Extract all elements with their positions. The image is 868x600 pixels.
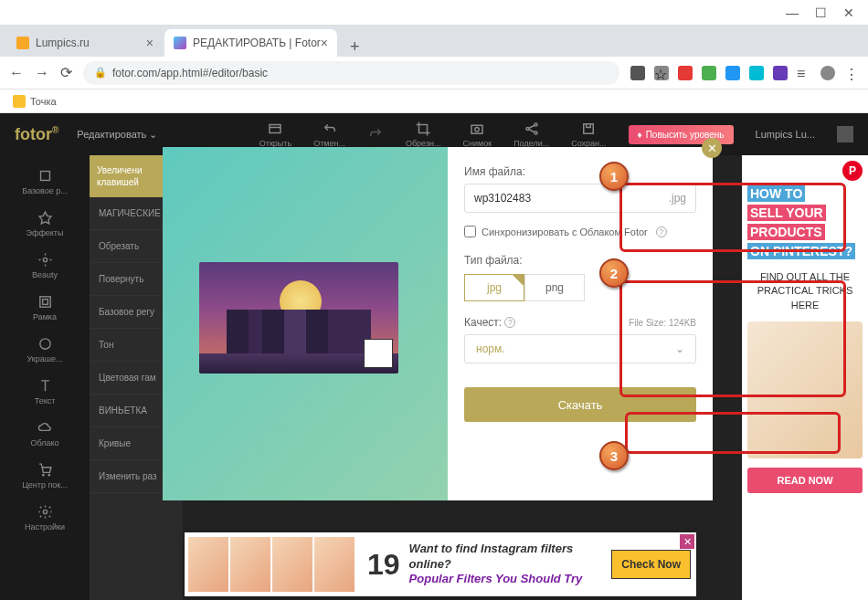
edit-menu[interactable]: Редактировать ⌄ [77, 129, 157, 141]
snapshot-button[interactable]: Снимок [463, 121, 492, 148]
tab-label: РЕДАКТИРОВАТЬ | Fotor [193, 37, 321, 49]
format-jpg-button[interactable]: jpg [464, 274, 524, 301]
reload-icon[interactable]: ⟳ [60, 64, 72, 81]
marker-2: 2 [599, 258, 629, 288]
rail-cloud[interactable]: Облако [0, 413, 90, 455]
banner-thumb [314, 537, 355, 592]
svg-point-8 [43, 258, 47, 261]
new-tab-icon[interactable]: + [344, 37, 365, 57]
banner-text: Want to find Instagram filters online? P… [409, 542, 612, 588]
back-icon[interactable]: ← [9, 65, 24, 81]
bookmark-label: Точка [30, 96, 57, 107]
left-rail: Базовое р... Эффекты Beauty Рамка Украше… [0, 155, 90, 600]
rail-effects[interactable]: Эффекты [0, 203, 90, 245]
svg-point-2 [475, 128, 480, 132]
banner-close-icon[interactable]: ✕ [680, 534, 694, 549]
rail-beauty[interactable]: Beauty [0, 245, 90, 287]
rail-frame[interactable]: Рамка [0, 287, 90, 329]
logo[interactable]: fotor® [15, 125, 58, 144]
svg-rect-7 [40, 172, 49, 181]
close-icon[interactable]: ✕ [843, 5, 854, 20]
svg-rect-1 [471, 125, 482, 133]
ext-icon[interactable] [630, 66, 645, 80]
banner-number: 19 [367, 548, 400, 582]
rail-basic[interactable]: Базовое р... [0, 161, 90, 203]
tab-close-icon[interactable]: × [146, 36, 153, 50]
tab-label: Lumpics.ru [36, 37, 90, 49]
ext-icon[interactable] [749, 66, 764, 80]
forward-icon[interactable]: → [35, 65, 49, 81]
tab-close-icon[interactable]: × [321, 36, 328, 50]
crop-button[interactable]: Обрезн... [406, 121, 441, 148]
url-input[interactable]: 🔒 fotor.com/app.html#/editor/basic [83, 61, 619, 85]
marker-1: 1 [599, 162, 629, 191]
svg-point-5 [535, 132, 537, 134]
url-text: fotor.com/app.html#/editor/basic [112, 67, 268, 79]
redo-button[interactable] [367, 125, 384, 143]
marker-3: 3 [599, 441, 629, 470]
svg-point-3 [526, 128, 529, 131]
banner-images [185, 533, 358, 595]
quality-label: Качест: [464, 316, 502, 329]
filetype-label: Тип файла: [464, 254, 696, 267]
ext-icon[interactable] [702, 66, 716, 80]
svg-rect-9 [39, 297, 49, 307]
menu-icon[interactable]: ⋮ [844, 66, 859, 80]
bookmark-bar: Точка [0, 89, 868, 113]
svg-rect-6 [584, 124, 594, 134]
rail-stickers[interactable]: Украше... [0, 329, 90, 371]
pinterest-icon[interactable]: P [842, 161, 863, 181]
modal-close-button[interactable]: ✕ [702, 138, 722, 158]
tab-lumpics[interactable]: Lumpics.ru × [7, 29, 163, 57]
rail-settings[interactable]: Настройки [0, 497, 90, 539]
maximize-icon[interactable]: ☐ [815, 5, 827, 20]
ext-icon[interactable] [678, 66, 693, 80]
save-button[interactable]: Сохран... [571, 121, 606, 148]
svg-rect-10 [42, 300, 48, 305]
share-button[interactable]: Подели... [513, 121, 549, 148]
lock-icon: 🔒 [94, 67, 107, 79]
svg-point-14 [43, 510, 47, 513]
tab-fotor[interactable]: РЕДАКТИРОВАТЬ | Fotor × [164, 29, 337, 57]
filename-label: Имя файла: [464, 165, 696, 178]
preview-buildings [227, 310, 371, 353]
avatar-icon[interactable] [820, 66, 835, 80]
sync-checkbox[interactable] [464, 226, 476, 237]
favicon-icon [174, 37, 186, 49]
banner-thumb [230, 537, 270, 592]
qr-code-icon [364, 339, 393, 368]
app-window: — ☐ ✕ Lumpics.ru × РЕДАКТИРОВАТЬ | Fotor… [0, 0, 868, 600]
open-button[interactable]: Открыть [259, 121, 291, 148]
address-bar: ← → ⟳ 🔒 fotor.com/app.html#/editor/basic… [0, 57, 868, 89]
bookmark-item[interactable]: Точка [13, 95, 57, 108]
highlight-2 [619, 280, 846, 397]
undo-button[interactable]: Отмен... [313, 121, 345, 148]
highlight-1 [619, 183, 846, 252]
svg-point-13 [48, 474, 49, 475]
svg-point-12 [42, 474, 43, 475]
bookmark-icon [13, 95, 26, 108]
rail-shop[interactable]: Центр пок... [0, 455, 90, 497]
image-preview [199, 262, 398, 374]
ad-cta-button[interactable]: READ NOW [747, 468, 863, 493]
svg-rect-0 [270, 125, 281, 133]
svg-point-11 [39, 339, 49, 349]
favicon-icon [16, 37, 29, 49]
highlight-3 [625, 412, 841, 454]
minimize-icon[interactable]: — [786, 5, 799, 20]
ext-icon[interactable] [773, 66, 788, 80]
notification-icon[interactable] [837, 126, 853, 142]
reading-list-icon[interactable]: ≡ [797, 66, 811, 80]
banner-thumb [272, 537, 312, 592]
help-icon[interactable]: ? [504, 317, 515, 328]
format-png-button[interactable]: png [524, 274, 585, 301]
browser-tabs: Lumpics.ru × РЕДАКТИРОВАТЬ | Fotor × + [0, 26, 868, 57]
ext-icon[interactable]: ☆ [654, 66, 669, 80]
os-titlebar: — ☐ ✕ [0, 0, 868, 26]
quality-value: норм. [476, 342, 505, 355]
rail-text[interactable]: Текст [0, 371, 90, 413]
user-menu[interactable]: Lumpics Lu... [756, 129, 815, 140]
extension-icons: ☆ ≡ ⋮ [630, 66, 859, 80]
ext-icon[interactable] [725, 66, 740, 80]
banner-cta-button[interactable]: Check Now [611, 550, 691, 579]
